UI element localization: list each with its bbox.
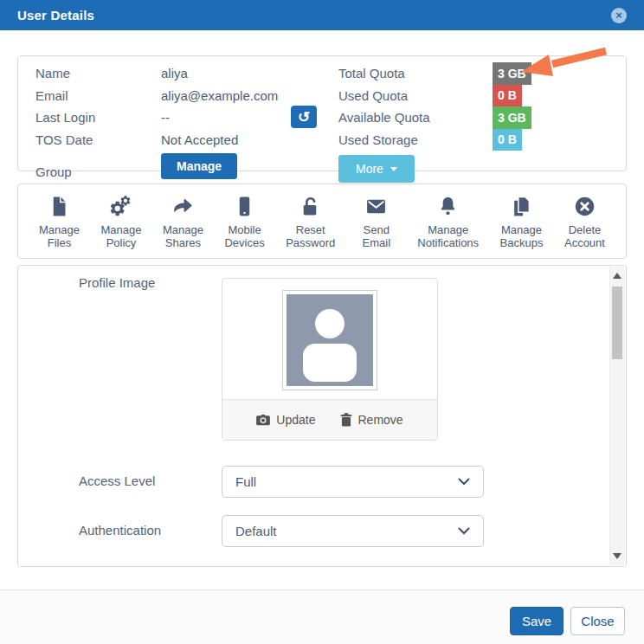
close-button[interactable]: Close [570, 607, 625, 635]
total-quota-badge: 3 GB [493, 62, 531, 85]
mobile-icon [234, 196, 255, 217]
tool-label: Password [286, 236, 335, 249]
tos-date-label: TOS Date [35, 132, 161, 147]
name-value: aliya [161, 66, 188, 80]
copy-pages-icon [511, 196, 532, 217]
manage-backups-button[interactable]: Manage Backups [500, 196, 544, 249]
refresh-login-button[interactable]: ↺ [291, 106, 317, 128]
bell-icon [437, 196, 459, 217]
email-row: Email aliya@example.com [35, 85, 278, 107]
total-quota-row: Total Quota 3 GB [338, 62, 531, 85]
manage-notifications-button[interactable]: Manage Notifications [417, 196, 479, 249]
vertical-scrollbar[interactable] [609, 267, 625, 565]
tool-label: Manage [100, 223, 141, 236]
save-button[interactable]: Save [510, 607, 564, 635]
tool-label: Policy [106, 236, 137, 249]
name-label: Name [35, 66, 161, 80]
scroll-up-arrow-icon[interactable] [613, 273, 621, 279]
manage-policy-button[interactable]: Manage Policy [100, 196, 141, 249]
chevron-down-icon [458, 478, 470, 486]
update-label: Update [276, 413, 315, 427]
camera-icon [256, 414, 270, 426]
profile-image-card: Update Remove [222, 278, 438, 441]
mobile-devices-button[interactable]: Mobile Devices [224, 196, 264, 249]
tool-label: Delete [569, 223, 602, 236]
used-storage-row: Used Storage 0 B [338, 129, 531, 151]
remove-label: Remove [358, 413, 403, 427]
tos-date-value: Not Accepted [161, 132, 238, 147]
dialog-titlebar: User Details × [0, 0, 644, 30]
avatar-actions-bar: Update Remove [222, 399, 437, 440]
available-quota-badge: 3 GB [493, 106, 531, 129]
tool-label: Manage [501, 223, 542, 236]
manage-shares-button[interactable]: Manage Shares [163, 196, 203, 249]
envelope-icon [365, 196, 387, 217]
tos-date-row: TOS Date Not Accepted [35, 129, 278, 151]
last-login-value: -- [161, 110, 170, 125]
access-level-select[interactable]: Full [222, 466, 484, 498]
used-quota-label: Used Quota [338, 88, 493, 103]
gears-icon [110, 196, 132, 217]
used-quota-badge: 0 B [493, 85, 522, 107]
rotate-left-icon: ↺ [298, 110, 310, 125]
group-label: Group [35, 164, 161, 179]
unlock-icon [299, 196, 321, 217]
authentication-label: Authentication [79, 523, 161, 538]
group-row: Group Manage [35, 151, 278, 179]
tool-label: Manage [428, 223, 468, 236]
avatar [282, 290, 377, 390]
dialog-title: User Details [17, 8, 94, 23]
user-summary-right: Total Quota 3 GB Used Quota 0 B Availabl… [338, 62, 531, 183]
caret-down-icon [390, 167, 397, 171]
scrollbar-thumb[interactable] [612, 287, 622, 359]
tool-label: Account [564, 236, 605, 249]
user-summary-left: Name aliya Email aliya@example.com Last … [35, 62, 278, 179]
access-level-label: Access Level [79, 473, 155, 488]
profile-image-label: Profile Image [79, 275, 155, 290]
tool-label: Manage [39, 223, 80, 236]
manage-files-button[interactable]: Manage Files [39, 196, 80, 249]
authentication-select[interactable]: Default [222, 515, 484, 547]
tool-label: Email [363, 236, 391, 249]
user-actions-toolbar: Manage Files Manage Policy Manage Shares… [17, 184, 627, 259]
update-image-button[interactable]: Update [256, 413, 315, 427]
user-summary-panel: Name aliya Email aliya@example.com Last … [17, 55, 627, 171]
total-quota-label: Total Quota [338, 66, 493, 80]
tool-label: Notifications [417, 236, 479, 249]
tool-label: Manage [163, 223, 203, 236]
close-icon[interactable]: × [611, 8, 627, 23]
used-storage-label: Used Storage [338, 132, 493, 147]
email-label: Email [35, 88, 161, 103]
remove-image-button[interactable]: Remove [340, 413, 403, 427]
tool-label: Files [48, 236, 71, 249]
delete-account-button[interactable]: Delete Account [564, 196, 605, 249]
scroll-down-arrow-icon[interactable] [613, 553, 621, 559]
trash-icon [340, 413, 352, 427]
manage-group-button[interactable]: Manage [161, 153, 237, 179]
tool-label: Send [364, 223, 390, 236]
last-login-row: Last Login -- [35, 106, 278, 129]
access-level-value: Full [235, 474, 256, 489]
name-row: Name aliya [35, 62, 278, 85]
tool-label: Devices [224, 236, 264, 249]
dialog-footer: Save Close [0, 589, 644, 644]
avatar-placeholder-icon [287, 294, 373, 386]
times-circle-icon [574, 196, 596, 217]
available-quota-label: Available Quota [338, 110, 493, 125]
send-email-button[interactable]: Send Email [357, 196, 396, 249]
tool-label: Backups [500, 236, 544, 249]
reset-password-button[interactable]: Reset Password [286, 196, 335, 249]
authentication-value: Default [235, 524, 277, 538]
tool-label: Shares [165, 236, 201, 249]
used-storage-badge: 0 B [493, 129, 522, 151]
used-quota-row: Used Quota 0 B [338, 85, 531, 107]
tool-label: Mobile [228, 223, 261, 236]
last-login-label: Last Login [35, 110, 161, 125]
file-icon [48, 196, 70, 217]
user-settings-panel: Profile Image Update [17, 265, 627, 567]
share-arrow-icon [172, 196, 194, 217]
more-button[interactable]: More [338, 155, 415, 183]
tool-label: Reset [296, 223, 325, 236]
more-button-label: More [356, 162, 383, 176]
chevron-down-icon [458, 527, 470, 535]
